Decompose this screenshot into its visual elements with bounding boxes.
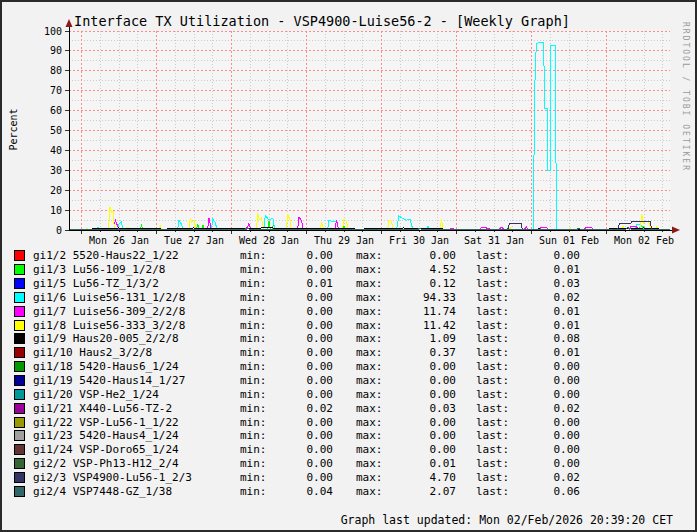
color-swatch bbox=[14, 472, 25, 483]
legend-row: gi1/3 Lu56-109_1/2/8min:0.00max:4.52last… bbox=[2, 263, 697, 277]
last-value: 0.01 bbox=[509, 263, 580, 276]
last-label: last: bbox=[476, 249, 509, 262]
svg-text:Tue 27 Jan: Tue 27 Jan bbox=[164, 235, 224, 246]
last-label: last: bbox=[476, 402, 509, 415]
series-name: gi1/24 VSP-Doro65_1/24 bbox=[33, 443, 240, 456]
min-label: min: bbox=[240, 346, 266, 359]
legend-row: gi2/3 VSP4900-Lu56-1_2/3min:0.00max:4.70… bbox=[2, 471, 697, 485]
series-name: gi1/19 5420-Haus14_1/27 bbox=[33, 374, 240, 387]
last-label: last: bbox=[476, 485, 509, 498]
svg-text:80: 80 bbox=[50, 65, 62, 76]
svg-text:40: 40 bbox=[50, 145, 62, 156]
max-label: max: bbox=[356, 443, 383, 456]
last-label: last: bbox=[476, 374, 509, 387]
series-name: gi1/8 Luise56-333_3/2/8 bbox=[33, 319, 240, 332]
legend-row: gi1/19 5420-Haus14_1/27min:0.00max:0.00l… bbox=[2, 374, 697, 388]
min-label: min: bbox=[240, 249, 266, 262]
legend-row: gi2/2 VSP-Ph13-H12_2/4min:0.00max:0.01la… bbox=[2, 457, 697, 471]
max-label: max: bbox=[356, 402, 383, 415]
min-value: 0.00 bbox=[266, 429, 333, 442]
last-value: 0.03 bbox=[509, 277, 580, 290]
max-value: 0.03 bbox=[383, 402, 456, 415]
legend-row: gi1/10 Haus2_3/2/8min:0.00max:0.37last:0… bbox=[2, 346, 697, 360]
legend-row: gi1/20 VSP-He2_1/24min:0.00max:0.00last:… bbox=[2, 387, 697, 401]
max-label: max: bbox=[356, 291, 383, 304]
min-value: 0.00 bbox=[266, 332, 333, 345]
last-label: last: bbox=[476, 291, 509, 304]
legend-row: gi1/18 5420-Haus6_1/24min:0.00max:0.00la… bbox=[2, 360, 697, 374]
color-swatch bbox=[14, 264, 25, 275]
last-label: last: bbox=[476, 388, 509, 401]
color-swatch bbox=[14, 430, 25, 441]
max-label: max: bbox=[356, 388, 383, 401]
series-name: gi1/10 Haus2_3/2/8 bbox=[33, 346, 240, 359]
svg-text:20: 20 bbox=[50, 185, 62, 196]
max-label: max: bbox=[356, 277, 383, 290]
max-label: max: bbox=[356, 416, 383, 429]
svg-text:100: 100 bbox=[44, 26, 62, 37]
legend-row: gi2/4 VSP7448-GZ_1/38min:0.04max:2.07las… bbox=[2, 484, 697, 498]
series-name: gi2/4 VSP7448-GZ_1/38 bbox=[33, 485, 240, 498]
min-value: 0.00 bbox=[266, 305, 333, 318]
last-value: 0.00 bbox=[509, 374, 580, 387]
max-value: 4.52 bbox=[383, 263, 456, 276]
min-label: min: bbox=[240, 374, 266, 387]
max-label: max: bbox=[356, 332, 383, 345]
max-label: max: bbox=[356, 471, 383, 484]
last-label: last: bbox=[476, 457, 509, 470]
min-label: min: bbox=[240, 416, 266, 429]
svg-text:Mon 02 Feb: Mon 02 Feb bbox=[614, 235, 674, 246]
last-value: 0.08 bbox=[509, 332, 580, 345]
max-value: 0.00 bbox=[383, 374, 456, 387]
max-label: max: bbox=[356, 263, 383, 276]
min-value: 0.00 bbox=[266, 388, 333, 401]
min-label: min: bbox=[240, 429, 266, 442]
min-value: 0.00 bbox=[266, 291, 333, 304]
max-value: 94.33 bbox=[383, 291, 456, 304]
series-name: gi1/23 5420-Haus4_1/24 bbox=[33, 429, 240, 442]
min-label: min: bbox=[240, 332, 266, 345]
max-label: max: bbox=[356, 457, 383, 470]
legend-row: gi1/8 Luise56-333_3/2/8min:0.00max:11.42… bbox=[2, 318, 697, 332]
min-value: 0.00 bbox=[266, 374, 333, 387]
max-value: 0.00 bbox=[383, 443, 456, 456]
legend-row: gi1/24 VSP-Doro65_1/24min:0.00max:0.00la… bbox=[2, 443, 697, 457]
last-value: 0.00 bbox=[509, 457, 580, 470]
color-swatch bbox=[14, 389, 25, 400]
legend-row: gi1/5 Lu56-TZ_1/3/2min:0.01max:0.12last:… bbox=[2, 277, 697, 291]
last-label: last: bbox=[476, 360, 509, 373]
last-value: 0.00 bbox=[509, 388, 580, 401]
last-label: last: bbox=[476, 277, 509, 290]
last-value: 0.02 bbox=[509, 402, 580, 415]
max-value: 0.00 bbox=[383, 360, 456, 373]
last-value: 0.00 bbox=[509, 443, 580, 456]
svg-text:Wed 28 Jan: Wed 28 Jan bbox=[239, 235, 299, 246]
svg-text:Sat 31 Jan: Sat 31 Jan bbox=[464, 235, 524, 246]
max-value: 0.12 bbox=[383, 277, 456, 290]
series-name: gi2/2 VSP-Ph13-H12_2/4 bbox=[33, 457, 240, 470]
min-value: 0.04 bbox=[266, 485, 333, 498]
svg-text:30: 30 bbox=[50, 165, 62, 176]
max-label: max: bbox=[356, 346, 383, 359]
last-value: 0.01 bbox=[509, 305, 580, 318]
last-label: last: bbox=[476, 443, 509, 456]
color-swatch bbox=[14, 486, 25, 497]
min-label: min: bbox=[240, 319, 266, 332]
color-swatch bbox=[14, 347, 25, 358]
min-label: min: bbox=[240, 457, 266, 470]
max-label: max: bbox=[356, 429, 383, 442]
utilization-chart: 0102030405060708090100Mon 26 JanTue 27 J… bbox=[2, 2, 697, 248]
legend-row: gi1/7 Luise56-309_2/2/8min:0.00max:11.74… bbox=[2, 304, 697, 318]
series-name: gi1/9 Haus20-005_2/2/8 bbox=[33, 332, 240, 345]
min-value: 0.00 bbox=[266, 471, 333, 484]
svg-text:60: 60 bbox=[50, 105, 62, 116]
color-swatch bbox=[14, 250, 25, 261]
min-label: min: bbox=[240, 485, 266, 498]
legend-row: gi1/21 X440-Lu56-TZ-2min:0.02max:0.03las… bbox=[2, 401, 697, 415]
series-name: gi2/3 VSP4900-Lu56-1_2/3 bbox=[33, 471, 240, 484]
last-label: last: bbox=[476, 263, 509, 276]
max-value: 11.42 bbox=[383, 319, 456, 332]
max-label: max: bbox=[356, 249, 383, 262]
svg-text:Thu 29 Jan: Thu 29 Jan bbox=[314, 235, 374, 246]
last-value: 0.00 bbox=[509, 360, 580, 373]
